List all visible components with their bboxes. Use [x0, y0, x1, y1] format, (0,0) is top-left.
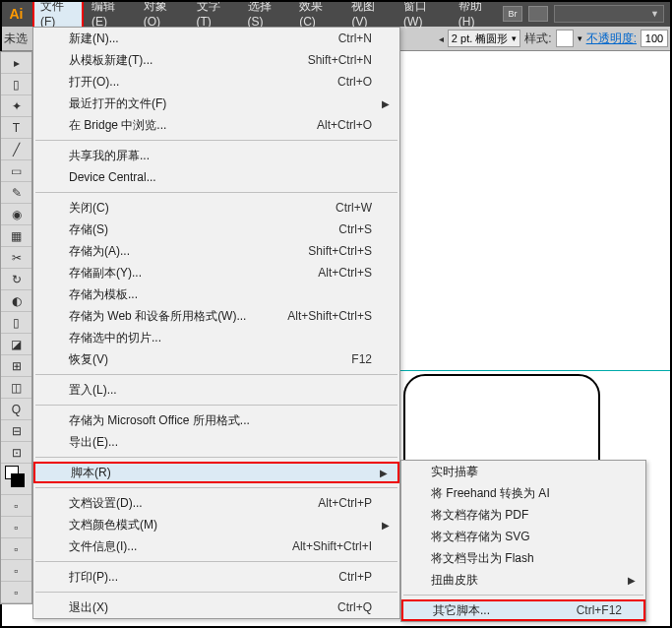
style-swatch[interactable]: [556, 30, 574, 47]
layout-button[interactable]: [528, 6, 548, 22]
menu-item-0[interactable]: 文件(F): [32, 0, 84, 27]
file-menu-item-11[interactable]: 存储为(A)...Shift+Ctrl+S: [33, 240, 399, 262]
file-menu-item-6[interactable]: 共享我的屏幕...: [33, 145, 399, 166]
scripts-item-4[interactable]: 将文档导出为 Flash: [401, 547, 645, 569]
file-menu-item-21[interactable]: 导出(E)...: [33, 431, 399, 453]
file-menu-item-9[interactable]: 关闭(C)Ctrl+W: [33, 197, 399, 219]
menu-shortcut: Shift+Ctrl+N: [308, 53, 372, 67]
style-caret[interactable]: ▾: [578, 33, 582, 43]
tool-extra-3[interactable]: ▫: [1, 560, 31, 582]
bridge-button[interactable]: Br: [503, 6, 522, 22]
menu-item-label: 存储为 Microsoft Office 所用格式...: [69, 412, 250, 429]
menu-separator: [35, 561, 397, 562]
tool-0[interactable]: ▸: [1, 52, 31, 74]
file-menu-item-26[interactable]: 文档颜色模式(M)▶: [33, 514, 399, 535]
tool-13[interactable]: ◪: [1, 334, 31, 355]
menu-item-label: 存储选中的切片...: [69, 330, 161, 346]
tool-extra-0[interactable]: ▫: [1, 495, 31, 517]
menu-shortcut: Ctrl+Q: [337, 600, 372, 614]
file-menu-item-3[interactable]: 最近打开的文件(F)▶: [33, 93, 399, 114]
tool-3[interactable]: T: [1, 117, 31, 139]
submenu-arrow-icon: ▶: [382, 98, 390, 109]
menu-separator: [35, 405, 397, 406]
file-menu-item-4[interactable]: 在 Bridge 中浏览...Alt+Ctrl+O: [33, 114, 399, 136]
menu-item-label: 存储(S): [69, 221, 108, 238]
app-logo: Ai: [0, 0, 32, 27]
menu-item-label: 新建(N)...: [69, 31, 119, 47]
tool-5[interactable]: ▭: [1, 160, 31, 182]
file-menu-item-18[interactable]: 置入(L)...: [33, 379, 399, 401]
file-menu-item-15[interactable]: 存储选中的切片...: [33, 327, 399, 348]
menu-separator: [35, 192, 397, 193]
tool-extra-2[interactable]: ▫: [1, 538, 31, 560]
submenu-item-label: 将文档存储为 SVG: [431, 529, 530, 545]
file-menu-item-25[interactable]: 文档设置(D)...Alt+Ctrl+P: [33, 492, 399, 514]
tool-15[interactable]: ◫: [1, 377, 31, 399]
scripts-item-5[interactable]: 扭曲皮肤▶: [401, 569, 645, 591]
tool-12[interactable]: ▯: [1, 312, 31, 334]
file-menu-item-13[interactable]: 存储为模板...: [33, 283, 399, 305]
tool-1[interactable]: ▯: [1, 74, 31, 95]
menu-item-label: 关闭(C): [69, 200, 109, 217]
tool-18[interactable]: ⊡: [1, 442, 31, 464]
canvas-guide: [398, 370, 670, 372]
file-menu-item-1[interactable]: 从模板新建(T)...Shift+Ctrl+N: [33, 49, 399, 71]
opacity-input[interactable]: [641, 30, 668, 47]
file-menu-item-12[interactable]: 存储副本(Y)...Alt+Ctrl+S: [33, 262, 399, 283]
stroke-dropdown[interactable]: 2 pt. 椭圆形▾: [448, 30, 520, 47]
stroke-value: 2 pt. 椭圆形: [452, 31, 508, 46]
menu-item-label: 文档颜色模式(M): [69, 517, 157, 534]
scripts-item-1[interactable]: 将 Freehand 转换为 AI: [401, 482, 645, 504]
file-menu-item-29[interactable]: 打印(P)...Ctrl+P: [33, 566, 399, 588]
submenu-item-label: 将文档导出为 Flash: [431, 550, 534, 567]
tool-10[interactable]: ↻: [1, 269, 31, 290]
workspace-dropdown[interactable]: ▼: [554, 5, 664, 23]
menu-item-3[interactable]: 文字(T): [189, 0, 240, 27]
menu-item-label: 打开(O)...: [69, 74, 119, 91]
tool-14[interactable]: ⊞: [1, 355, 31, 377]
menu-item-6[interactable]: 视图(V): [343, 0, 396, 27]
tool-11[interactable]: ◐: [1, 290, 31, 312]
scripts-item-0[interactable]: 实时描摹: [401, 461, 645, 482]
file-menu-item-27[interactable]: 文件信息(I)...Alt+Shift+Ctrl+I: [33, 535, 399, 557]
file-menu-item-14[interactable]: 存储为 Web 和设备所用格式(W)...Alt+Shift+Ctrl+S: [33, 305, 399, 327]
submenu-separator: [403, 595, 643, 596]
file-menu-item-10[interactable]: 存储(S)Ctrl+S: [33, 219, 399, 240]
file-menu-item-31[interactable]: 退出(X)Ctrl+Q: [33, 597, 399, 618]
submenu-arrow-icon: ▶: [382, 520, 390, 531]
file-menu-item-2[interactable]: 打开(O)...Ctrl+O: [33, 71, 399, 93]
scripts-item-3[interactable]: 将文档存储为 SVG: [401, 526, 645, 547]
tool-9[interactable]: ✂: [1, 247, 31, 269]
menu-item-5[interactable]: 效果(C): [291, 0, 343, 27]
scripts-item-7[interactable]: 其它脚本...Ctrl+F12: [401, 599, 645, 621]
tool-2[interactable]: ✦: [1, 95, 31, 117]
file-menu-item-23[interactable]: 脚本(R)▶: [33, 462, 399, 483]
menu-shortcut: Ctrl+N: [338, 31, 372, 45]
menu-item-4[interactable]: 选择(S): [240, 0, 292, 27]
file-menu-item-7[interactable]: Device Central...: [33, 166, 399, 188]
tool-7[interactable]: ◉: [1, 204, 31, 225]
fill-stroke-swatches[interactable]: [1, 464, 31, 495]
tool-17[interactable]: ⊟: [1, 420, 31, 442]
tool-8[interactable]: ▦: [1, 225, 31, 247]
menu-item-label: 从模板新建(T)...: [69, 52, 153, 69]
tool-extra-1[interactable]: ▫: [1, 517, 31, 538]
stroke-caret[interactable]: ◂: [439, 33, 444, 44]
tool-extra-4[interactable]: ▫: [1, 582, 31, 603]
scripts-item-2[interactable]: 将文档存储为 PDF: [401, 504, 645, 526]
menu-item-7[interactable]: 窗口(W): [396, 0, 451, 27]
menu-item-label: 存储副本(Y)...: [69, 265, 142, 282]
menu-item-2[interactable]: 对象(O): [136, 0, 189, 27]
tool-6[interactable]: ✎: [1, 182, 31, 204]
opacity-label[interactable]: 不透明度:: [586, 31, 637, 47]
file-menu-item-20[interactable]: 存储为 Microsoft Office 所用格式...: [33, 409, 399, 431]
menu-item-8[interactable]: 帮助(H): [451, 0, 503, 27]
tool-16[interactable]: Q: [1, 399, 31, 420]
file-menu-item-0[interactable]: 新建(N)...Ctrl+N: [33, 28, 399, 49]
scripts-submenu: 实时描摹将 Freehand 转换为 AI将文档存储为 PDF将文档存储为 SV…: [400, 460, 646, 622]
file-menu-dropdown: 新建(N)...Ctrl+N从模板新建(T)...Shift+Ctrl+N打开(…: [32, 27, 400, 619]
submenu-arrow-icon: ▶: [380, 468, 388, 478]
menu-item-1[interactable]: 编辑(E): [84, 0, 136, 27]
file-menu-item-16[interactable]: 恢复(V)F12: [33, 348, 399, 370]
tool-4[interactable]: ╱: [1, 139, 31, 160]
